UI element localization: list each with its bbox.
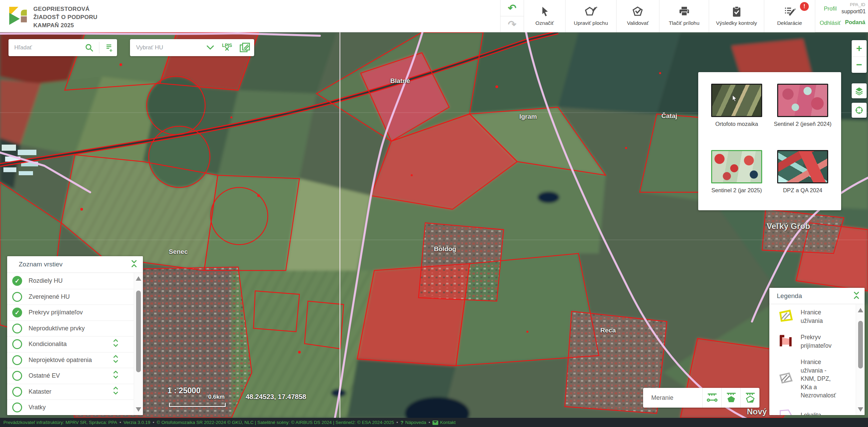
move-down-icon[interactable] bbox=[113, 375, 119, 379]
print-attachment-button[interactable]: Tlačiť prílohu bbox=[659, 0, 709, 32]
layers-panel: Zoznam vrstiev Rozdiely HU Zverejnené HU… bbox=[7, 256, 143, 415]
scroll-thumb[interactable] bbox=[858, 321, 863, 368]
logout-link[interactable]: Odhlásiť bbox=[816, 20, 845, 26]
measure-area-button[interactable] bbox=[721, 388, 740, 408]
profile-block: Profil Odhlásiť bbox=[816, 0, 845, 32]
basemap-sentinel-jar[interactable]: Sentinel 2 (jar 2025) bbox=[706, 150, 767, 210]
cursor-icon bbox=[540, 4, 550, 19]
layers-panel-header: Zoznam vrstiev bbox=[7, 256, 143, 273]
contact-link[interactable]: Kontakt bbox=[440, 420, 456, 425]
undo-redo-group: ↶ ↷ bbox=[500, 0, 524, 32]
layers-list: Rozdiely HU Zverejnené HU Prekryv prijím… bbox=[7, 273, 134, 415]
lpis-deselect-icon[interactable]: LPIS ✕ bbox=[218, 44, 236, 52]
cursor-coordinates: 48.24523, 17.47858 bbox=[246, 393, 306, 401]
search-box[interactable]: Hľadať bbox=[9, 39, 117, 56]
measure-area-partial-button[interactable] bbox=[740, 388, 759, 408]
place-label: Reca bbox=[600, 327, 616, 334]
add-to-list-icon[interactable] bbox=[101, 43, 117, 52]
overlay-layers-icon[interactable] bbox=[236, 42, 254, 53]
move-up-icon[interactable] bbox=[113, 386, 119, 390]
search-input[interactable]: Hľadať bbox=[9, 44, 81, 51]
move-up-icon[interactable] bbox=[113, 339, 119, 343]
move-down-icon[interactable] bbox=[113, 391, 119, 395]
layer-checkbox[interactable] bbox=[12, 403, 22, 412]
scroll-up-arrow[interactable] bbox=[136, 276, 141, 281]
move-up-icon[interactable] bbox=[113, 370, 119, 374]
collapse-panel-icon[interactable] bbox=[853, 291, 860, 301]
measure-distance-button[interactable] bbox=[702, 388, 721, 408]
hu-select-value[interactable]: Vybrať HU bbox=[130, 44, 202, 51]
basemap-thumbnail[interactable] bbox=[777, 150, 828, 183]
check-results-button[interactable]: Výsledky kontroly bbox=[709, 0, 764, 32]
layer-row[interactable]: Kataster bbox=[7, 384, 134, 400]
select-button[interactable]: Označiť bbox=[524, 0, 566, 32]
crosshair-icon bbox=[855, 106, 864, 115]
profile-link[interactable]: Profil bbox=[816, 5, 845, 12]
layers-toggle-button[interactable] bbox=[852, 83, 867, 98]
printer-icon bbox=[678, 4, 690, 19]
place-label: Boldog bbox=[434, 245, 456, 253]
help-icon: ? bbox=[400, 420, 404, 425]
basemap-label: Ortofoto mozaika bbox=[706, 120, 767, 128]
zoom-control[interactable]: + − bbox=[852, 40, 867, 73]
validate-button[interactable]: Validovať bbox=[617, 0, 659, 32]
mouse-cursor bbox=[732, 95, 737, 102]
app-header: GEOPRIESTOROVÁ ŽIADOSŤ O PODPORU KAMPAŇ … bbox=[0, 0, 868, 32]
layer-row[interactable]: Rozdiely HU bbox=[7, 273, 134, 289]
basemap-thumbnail[interactable] bbox=[711, 84, 762, 117]
layer-row[interactable]: Neproduktívne prvky bbox=[7, 321, 134, 336]
place-label: Senec bbox=[169, 248, 188, 256]
layer-checkbox[interactable] bbox=[12, 355, 22, 365]
version-info: Verzia 3.0.19 bbox=[124, 420, 150, 425]
declarations-button[interactable]: Deklarácie ! bbox=[764, 0, 815, 32]
polygon-pencil-icon bbox=[585, 4, 597, 19]
move-down-icon[interactable] bbox=[113, 343, 119, 347]
move-down-icon[interactable] bbox=[113, 359, 119, 363]
redo-button[interactable]: ↷ bbox=[501, 16, 524, 32]
basemap-thumbnail[interactable] bbox=[711, 150, 762, 183]
copyright-info: © Ortofotomozaika SR 2022-2024 © GKÚ, NL… bbox=[157, 420, 394, 425]
measure-title: Meranie bbox=[643, 388, 702, 408]
collapse-panel-icon[interactable] bbox=[131, 260, 137, 269]
map-canvas[interactable]: Blatné Igram Čataj Veľký Grob Senec Bold… bbox=[0, 32, 868, 418]
layers-scrollbar[interactable] bbox=[134, 273, 143, 415]
basemap-label: DPZ a QA 2024 bbox=[772, 186, 833, 195]
layer-row[interactable]: Neprojektové opatrenia bbox=[7, 352, 134, 368]
move-up-icon[interactable] bbox=[113, 355, 119, 359]
layer-row[interactable]: Vratky bbox=[7, 399, 134, 415]
layer-checkbox[interactable] bbox=[12, 371, 22, 381]
scroll-down-arrow[interactable] bbox=[136, 407, 141, 412]
layer-checkbox[interactable] bbox=[12, 339, 22, 349]
layer-row[interactable]: Kondicionalita bbox=[7, 336, 134, 352]
layer-checkbox[interactable] bbox=[12, 292, 22, 302]
basemap-thumbnail[interactable] bbox=[777, 84, 828, 117]
basemap-label: Sentinel 2 (jar 2025) bbox=[706, 186, 767, 195]
scroll-thumb[interactable] bbox=[136, 291, 141, 372]
zoom-out-button[interactable]: − bbox=[852, 57, 867, 73]
basemap-ortofoto[interactable]: Ortofoto mozaika bbox=[706, 84, 767, 144]
scale-ratio: 1 : 25000 bbox=[167, 386, 200, 395]
hu-select-box[interactable]: Vybrať HU LPIS ✕ bbox=[130, 39, 254, 56]
basemap-dpz-qa[interactable]: DPZ a QA 2024 bbox=[772, 150, 833, 210]
legend-panel-header: Legenda bbox=[769, 288, 865, 304]
chevron-down-icon[interactable] bbox=[202, 45, 218, 50]
legend-panel-title: Legenda bbox=[777, 292, 802, 300]
edit-area-button[interactable]: Upraviť plochu bbox=[566, 0, 617, 32]
scroll-up-arrow[interactable] bbox=[858, 308, 863, 312]
layer-row[interactable]: Zverejnené HU bbox=[7, 289, 134, 305]
undo-button[interactable]: ↶ bbox=[501, 0, 524, 16]
locate-button[interactable] bbox=[852, 103, 867, 118]
place-label: Veľký Grob bbox=[767, 221, 810, 231]
zoom-in-button[interactable]: + bbox=[852, 40, 867, 57]
layer-checkbox[interactable] bbox=[12, 308, 22, 317]
legend-scrollbar[interactable] bbox=[856, 305, 865, 415]
layer-checkbox[interactable] bbox=[12, 324, 22, 333]
help-link[interactable]: Nápoveda bbox=[405, 420, 426, 425]
basemap-sentinel-jesen[interactable]: Sentinel 2 (jeseň 2024) bbox=[772, 84, 833, 144]
scroll-down-arrow[interactable] bbox=[858, 407, 863, 412]
layer-checkbox[interactable] bbox=[12, 276, 22, 286]
layer-checkbox[interactable] bbox=[12, 387, 22, 397]
search-icon[interactable] bbox=[81, 43, 97, 52]
layer-row[interactable]: Prekryv prijímateľov bbox=[7, 305, 134, 321]
layer-row[interactable]: Ostatné EV bbox=[7, 368, 134, 384]
